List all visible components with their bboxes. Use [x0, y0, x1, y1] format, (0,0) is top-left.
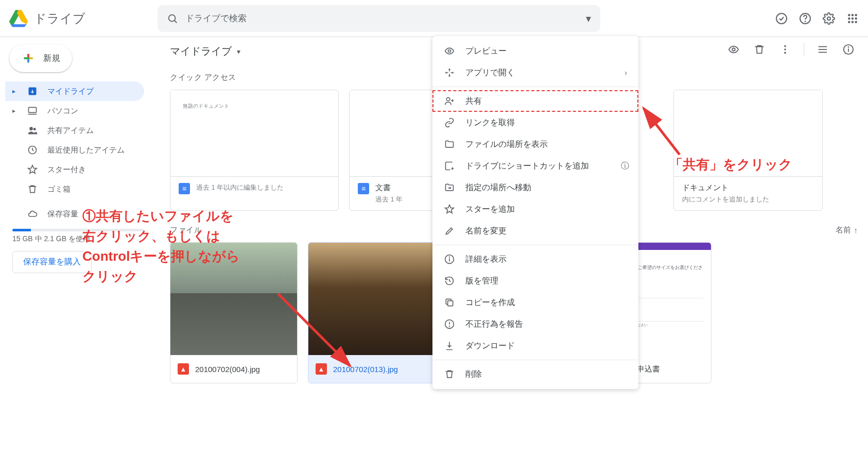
cm-delete[interactable]: 削除: [432, 363, 638, 385]
apps-icon[interactable]: [845, 11, 860, 26]
file-card-selected[interactable]: ▲ 20100702(013).jpg: [308, 242, 436, 383]
cm-preview[interactable]: プレビュー: [432, 40, 638, 62]
folder-icon: [444, 139, 455, 150]
svg-rect-19: [29, 107, 37, 112]
shortcut-icon: [444, 160, 455, 172]
card-title: ドキュメント: [682, 183, 769, 193]
image-icon: ▲: [178, 363, 189, 375]
search-input[interactable]: [185, 13, 579, 24]
card-subtitle: 過去 1 年: [375, 195, 403, 204]
card-subtitle: 過去 1 年以内に編集しました: [196, 183, 284, 192]
svg-point-8: [805, 21, 806, 22]
quick-access-card[interactable]: 無題のドキュメント ≡ 過去 1 年以内に編集しました: [170, 90, 339, 211]
cm-download[interactable]: ダウンロード: [432, 335, 638, 357]
sort-button[interactable]: 名前 ↑: [836, 225, 858, 235]
toolbar: [726, 42, 856, 57]
search-icon[interactable]: [167, 13, 178, 24]
image-icon: ▲: [316, 363, 327, 375]
arrow-up-icon: ↑: [854, 226, 858, 234]
history-icon: [444, 275, 455, 287]
delete-icon[interactable]: [752, 42, 767, 57]
svg-point-12: [855, 14, 857, 16]
open-with-icon: [444, 67, 455, 78]
sidebar-item-recent[interactable]: 最近使用したアイテム: [5, 140, 144, 160]
cm-add-shortcut[interactable]: ドライブにショートカットを追加ⓘ: [432, 155, 638, 177]
expand-icon[interactable]: ▸: [12, 107, 18, 114]
cloud-icon: [27, 208, 38, 220]
settings-icon[interactable]: [822, 11, 836, 26]
svg-point-34: [448, 50, 451, 53]
drive-logo-icon[interactable]: [8, 8, 29, 29]
cm-open-with[interactable]: アプリで開く›: [432, 62, 638, 83]
svg-line-5: [175, 20, 177, 23]
sidebar-item-shared[interactable]: 共有アイテム: [5, 121, 144, 140]
expand-icon[interactable]: ▸: [12, 88, 18, 95]
file-thumbnail: [308, 243, 435, 355]
cm-versions[interactable]: 版を管理: [432, 270, 638, 292]
eye-icon: [444, 45, 455, 57]
docs-icon: ≡: [358, 183, 369, 194]
chevron-right-icon: ›: [624, 69, 627, 77]
info-icon: [444, 254, 455, 265]
svg-point-44: [449, 326, 450, 327]
my-drive-icon: [27, 86, 38, 97]
cm-show-location[interactable]: ファイルの場所を表示: [432, 133, 638, 155]
help-icon[interactable]: [798, 11, 812, 26]
svg-point-18: [855, 21, 857, 23]
cm-copy[interactable]: コピーを作成: [432, 292, 638, 313]
cm-rename[interactable]: 名前を変更: [432, 220, 638, 242]
annotation-step1: ①共有したいファイルを 右クリック、もしくは Controlキーを押しながら ク…: [82, 206, 240, 287]
more-icon[interactable]: [778, 42, 792, 57]
report-icon: [444, 318, 455, 330]
cm-add-star[interactable]: スターを追加: [432, 198, 638, 220]
sidebar-item-label: 保存容量: [47, 209, 78, 219]
quick-access-card[interactable]: ドキュメント 内にコメントを追加しました: [673, 90, 823, 211]
sidebar-item-label: 最近使用したアイテム: [47, 145, 125, 155]
annotation-step2: 「共有」をクリック: [669, 155, 792, 175]
cm-details[interactable]: 詳細を表示: [432, 248, 638, 270]
preview-icon[interactable]: [726, 42, 741, 57]
cm-report[interactable]: 不正行為を報告: [432, 313, 638, 335]
dropdown-icon[interactable]: ▾: [237, 47, 240, 56]
link-icon: [444, 117, 455, 128]
svg-point-35: [446, 97, 450, 101]
sidebar-item-starred[interactable]: スター付き: [5, 160, 144, 179]
recent-icon: [27, 144, 38, 156]
help-icon: ⓘ: [621, 161, 629, 172]
svg-point-6: [776, 13, 787, 24]
breadcrumb-label: マイドライブ: [170, 44, 232, 58]
copy-icon: [444, 297, 455, 308]
search-options-icon[interactable]: ▾: [586, 12, 591, 25]
ready-offline-icon[interactable]: [774, 11, 789, 26]
trash-icon: [27, 183, 38, 195]
svg-marker-2: [10, 24, 26, 27]
app-name: ドライブ: [34, 10, 85, 27]
buy-storage-button[interactable]: 保存容量を購入: [12, 251, 92, 273]
computer-icon: [27, 105, 38, 116]
trash-icon: [444, 368, 455, 380]
header: ドライブ ▾: [0, 0, 868, 37]
plus-icon: [21, 51, 36, 66]
info-icon[interactable]: [841, 42, 856, 57]
cm-get-link[interactable]: リンクを取得: [432, 112, 638, 133]
context-menu: プレビュー アプリで開く› 共有 リンクを取得 ファイルの場所を表示 ドライブに…: [432, 36, 638, 389]
search-bar[interactable]: ▾: [158, 5, 600, 32]
svg-point-40: [449, 257, 450, 257]
list-view-icon[interactable]: [815, 42, 830, 57]
sidebar-item-trash[interactable]: ゴミ箱: [5, 179, 144, 199]
svg-point-25: [784, 45, 786, 47]
cm-move-to[interactable]: 指定の場所へ移動: [432, 177, 638, 198]
svg-point-15: [855, 17, 857, 19]
star-icon: [444, 204, 455, 215]
sidebar-item-my-drive[interactable]: ▸ マイドライブ: [5, 81, 144, 101]
svg-point-24: [732, 48, 735, 51]
svg-point-21: [29, 127, 33, 130]
sidebar-item-label: スター付き: [47, 165, 86, 175]
person-add-icon: [444, 95, 455, 107]
cm-share[interactable]: 共有: [432, 90, 638, 112]
sort-label: 名前: [836, 225, 851, 235]
new-button[interactable]: 新規: [9, 44, 72, 72]
sidebar-item-label: 共有アイテム: [47, 126, 94, 136]
sidebar-item-computers[interactable]: ▸ パソコン: [5, 101, 144, 121]
svg-point-10: [848, 14, 850, 16]
